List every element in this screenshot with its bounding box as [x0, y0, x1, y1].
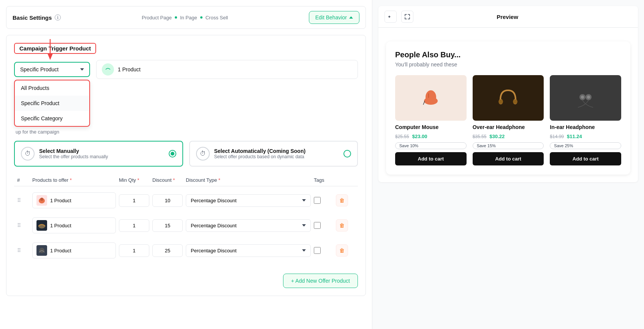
tag-checkbox-3[interactable] — [314, 247, 321, 254]
save-badge-2: Save 15% — [473, 142, 544, 149]
discount-type-value-1: Percentage Discount — [191, 198, 237, 203]
trigger-product-count: 1 Product — [118, 66, 141, 72]
svg-point-18 — [587, 96, 590, 99]
breadcrumb-dot-1 — [175, 16, 177, 19]
breadcrumb-dot-2 — [200, 16, 203, 19]
tag-checkbox-1[interactable] — [314, 197, 321, 204]
preview-products-grid: Computer Mouse $25.55 $23.00 Save 10% Ad… — [395, 75, 621, 165]
dropdown-option-all-products[interactable]: All Products — [15, 80, 89, 96]
preview-product-name-3: In-ear Headphone — [550, 124, 621, 131]
manual-mode-title: Select Manually — [39, 148, 108, 154]
header-title: Basic Settings — [13, 14, 52, 21]
edit-behavior-label: Edit Behavior — [315, 14, 347, 20]
product-thumb-2 — [36, 220, 47, 231]
preview-product-3: In-ear Headphone $14.99 $11.24 Save 25% … — [550, 75, 621, 165]
add-to-cart-btn-1[interactable]: Add to cart — [395, 152, 467, 165]
svg-point-14 — [513, 99, 517, 104]
auto-mode-icon: ⏱ — [196, 147, 210, 161]
delete-btn-1[interactable]: 🗑 — [336, 194, 348, 206]
red-arrow-indicator — [44, 39, 56, 62]
expand-preview-button[interactable] — [401, 11, 413, 23]
chevron-up-icon — [349, 16, 353, 19]
dropdown-option-specific-category[interactable]: Specific Category — [15, 111, 89, 126]
product-thumb-3 — [36, 245, 47, 256]
auto-mode-text: Select Automatically (Coming Soon) Selec… — [214, 148, 306, 159]
price-original-3: $14.99 — [550, 134, 564, 139]
discount-type-chevron-2 — [302, 224, 306, 227]
product-thumb-1 — [36, 195, 47, 206]
col-discount: Discount * — [152, 177, 183, 183]
discount-2[interactable] — [152, 219, 183, 232]
delete-btn-3[interactable]: 🗑 — [336, 244, 348, 257]
tag-checkbox-2[interactable] — [314, 222, 321, 229]
product-cell-3: 1 Product — [32, 242, 116, 258]
preview-product-prices-2: $35.55 $30.22 — [473, 134, 544, 139]
discount-3[interactable] — [152, 244, 183, 257]
product-name-3: 1 Product — [50, 248, 71, 253]
preview-card-subtitle: You'll probably need these — [395, 61, 621, 68]
products-table: # Products to offer * Min Qty * Discount… — [14, 174, 358, 261]
setup-text-value: up for the campaign — [16, 129, 59, 135]
preview-product-image-3 — [550, 75, 621, 121]
manual-mode-icon: ⏱ — [21, 147, 35, 161]
product-cell-1: 1 Product — [32, 192, 116, 208]
discount-1[interactable] — [152, 194, 183, 207]
trigger-dropdown[interactable]: Specific Product — [14, 62, 90, 77]
discount-type-value-2: Percentage Discount — [191, 223, 237, 228]
table-row: ⠿ 1 Product Percentage Discount — [14, 214, 358, 236]
dropdown-option-specific-product[interactable]: Specific Product — [15, 96, 89, 111]
delete-btn-2[interactable]: 🗑 — [336, 219, 348, 231]
discount-type-1[interactable]: Percentage Discount — [186, 194, 311, 207]
trigger-dropdown-value: Specific Product — [20, 66, 59, 72]
manual-mode-radio[interactable] — [169, 150, 176, 157]
svg-point-17 — [581, 96, 584, 99]
setup-info-text: up for the campaign — [14, 129, 358, 135]
min-qty-2[interactable] — [119, 219, 149, 232]
save-badge-3: Save 25% — [550, 142, 621, 149]
min-qty-3[interactable] — [119, 244, 149, 257]
add-to-cart-btn-2[interactable]: Add to cart — [473, 152, 544, 165]
breadcrumb-product-page: Product Page — [142, 15, 172, 20]
col-products: Products to offer * — [32, 177, 116, 183]
add-offer-button[interactable]: + Add New Offer Product — [283, 274, 358, 288]
price-discounted-3: $11.24 — [567, 134, 582, 139]
collapse-preview-button[interactable] — [385, 11, 397, 23]
header-left: Basic Settings ℹ — [13, 14, 61, 21]
discount-type-3[interactable]: Percentage Discount — [186, 244, 311, 257]
preview-title: Preview — [497, 14, 518, 20]
table-header: # Products to offer * Min Qty * Discount… — [14, 174, 358, 186]
right-panel: Preview People Also Buy... You'll probab… — [372, 0, 644, 329]
discount-type-chevron-3 — [302, 249, 306, 252]
save-badge-1: Save 10% — [395, 142, 467, 149]
preview-product-name-1: Computer Mouse — [395, 124, 467, 131]
breadcrumb-in-page: In Page — [180, 15, 197, 20]
preview-product-1: Computer Mouse $25.55 $23.00 Save 10% Ad… — [395, 75, 467, 165]
info-icon[interactable]: ℹ — [55, 14, 61, 20]
breadcrumb: Product Page In Page Cross Sell — [142, 15, 228, 20]
svg-marker-1 — [47, 54, 53, 60]
svg-point-13 — [498, 99, 503, 104]
preview-product-name-2: Over-ear Headphone — [473, 124, 544, 131]
trigger-product-pill: 1 Product — [96, 60, 358, 79]
svg-point-4 — [40, 198, 43, 201]
add-to-cart-btn-3[interactable]: Add to cart — [550, 152, 621, 165]
preview-product-2: Over-ear Headphone $35.55 $30.22 Save 15… — [473, 75, 544, 165]
select-manually-card[interactable]: ⏱ Select Manually Select the offer produ… — [14, 141, 183, 167]
drag-handle-3[interactable]: ⠿ — [17, 247, 29, 253]
drag-handle-1[interactable]: ⠿ — [17, 197, 29, 203]
select-auto-card[interactable]: ⏱ Select Automatically (Coming Soon) Sel… — [189, 141, 358, 167]
manual-mode-desc: Select the offer products manually — [39, 154, 108, 159]
auto-mode-radio[interactable] — [343, 150, 351, 157]
product-cell-2: 1 Product — [32, 217, 116, 233]
header-bar: Basic Settings ℹ Product Page In Page Cr… — [6, 6, 366, 29]
min-qty-1[interactable] — [119, 194, 149, 207]
preview-product-image-1 — [395, 75, 467, 121]
preview-product-image-2 — [473, 75, 544, 121]
col-min-qty: Min Qty * — [119, 177, 149, 183]
drag-handle-2[interactable]: ⠿ — [17, 222, 29, 228]
discount-type-2[interactable]: Percentage Discount — [186, 219, 311, 232]
manual-mode-text: Select Manually Select the offer product… — [39, 148, 108, 159]
svg-point-8 — [426, 90, 436, 104]
breadcrumb-cross-sell: Cross Sell — [206, 15, 228, 20]
edit-behavior-button[interactable]: Edit Behavior — [309, 11, 359, 24]
